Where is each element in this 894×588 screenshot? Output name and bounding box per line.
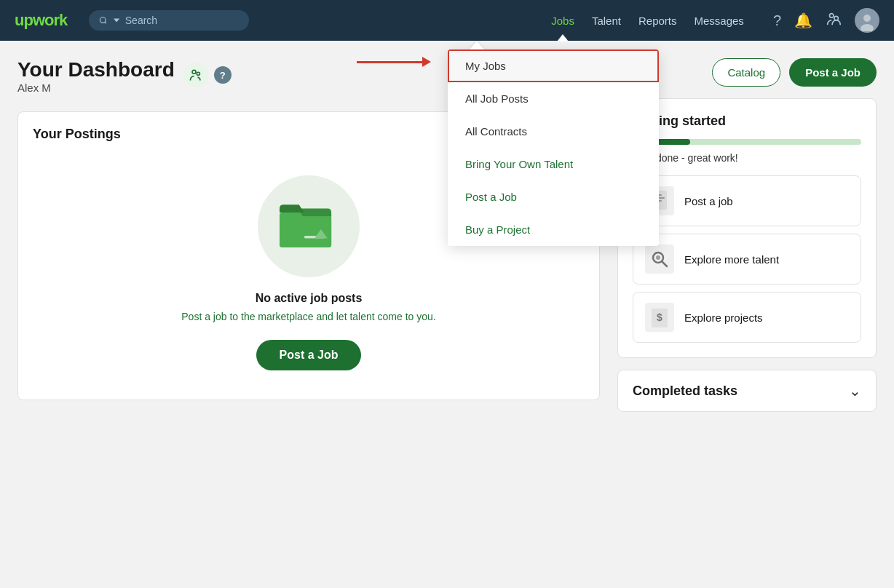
post-job-nav-button[interactable]: Post a Job	[789, 58, 877, 87]
team-icon[interactable]	[183, 63, 208, 87]
svg-marker-2	[114, 19, 119, 23]
gs-item-explore-projects-label: Explore projects	[684, 311, 763, 324]
nav-links: Jobs Talent Reports Messages	[551, 15, 744, 27]
upwork-logo: upwork	[15, 11, 67, 30]
folder-icon	[280, 201, 338, 252]
explore-talent-icon	[645, 245, 674, 274]
gs-item-post-job-label: Post a job	[684, 195, 733, 207]
user-avatar[interactable]	[855, 8, 879, 33]
svg-point-20	[656, 255, 660, 260]
catalog-button[interactable]: Catalog	[712, 58, 780, 87]
red-arrow-annotation	[357, 57, 431, 67]
chevron-down-icon: ⌄	[849, 382, 861, 400]
svg-line-19	[662, 262, 668, 267]
search-input[interactable]	[125, 15, 239, 26]
gs-item-explore-talent-label: Explore more talent	[684, 253, 779, 266]
menu-item-all-job-posts[interactable]: All Job Posts	[448, 82, 659, 115]
empty-desc: Post a job to the marketplace and let ta…	[181, 311, 435, 322]
right-column: Catalog Post a Job Getting started 25% d…	[617, 41, 894, 588]
team-switch-icon[interactable]	[826, 11, 842, 31]
help-circle-icon[interactable]: ?	[214, 66, 232, 84]
menu-item-my-jobs[interactable]: My Jobs	[448, 49, 659, 82]
menu-item-all-contracts[interactable]: All Contracts	[448, 115, 659, 148]
svg-text:$: $	[657, 311, 662, 323]
svg-point-3	[830, 13, 834, 17]
completed-tasks-title: Completed tasks	[633, 384, 737, 399]
svg-rect-11	[280, 216, 331, 247]
empty-desc-text2: come to you.	[375, 311, 436, 322]
getting-started-title: Getting started	[633, 114, 861, 129]
help-icon[interactable]: ?	[773, 12, 781, 29]
empty-desc-text1: Post a job to the marketplace and let	[181, 311, 349, 322]
search-bar[interactable]	[89, 10, 249, 31]
menu-item-post-a-job[interactable]: Post a Job	[448, 180, 659, 213]
jobs-dropdown: My Jobs All Job Posts All Contracts Brin…	[448, 41, 659, 246]
svg-point-4	[834, 16, 839, 20]
search-icon	[99, 15, 107, 25]
navbar: upwork Jobs Talent Reports Messages ? 🔔	[0, 0, 894, 41]
nav-jobs[interactable]: Jobs	[551, 15, 574, 27]
menu-item-bring-your-own-talent[interactable]: Bring Your Own Talent	[448, 148, 659, 180]
explore-projects-icon: $	[645, 303, 674, 332]
main-content: Your Dashboard Alex M ? Your Postings	[0, 41, 894, 588]
nav-icons: ? 🔔	[773, 8, 879, 33]
svg-point-9	[197, 72, 199, 75]
gs-item-post-job[interactable]: Post a job	[633, 175, 861, 226]
dropdown-menu: My Jobs All Job Posts All Contracts Brin…	[448, 49, 659, 246]
svg-point-8	[192, 70, 196, 74]
dropdown-arrow-icon	[114, 17, 119, 24]
dashboard-title-group: Your Dashboard Alex M	[17, 58, 175, 94]
progress-text: 25% done - great work!	[633, 152, 861, 164]
menu-item-buy-a-project[interactable]: Buy a Project	[448, 213, 659, 246]
empty-title: No active job posts	[256, 292, 363, 305]
completed-tasks-card[interactable]: Completed tasks ⌄	[617, 370, 877, 412]
svg-line-1	[105, 22, 106, 23]
svg-point-6	[863, 15, 871, 22]
header-icons: ?	[183, 63, 232, 87]
gs-item-explore-projects[interactable]: $ Explore projects	[633, 292, 861, 343]
notifications-icon[interactable]: 🔔	[794, 12, 812, 29]
nav-reports[interactable]: Reports	[638, 15, 677, 27]
gs-item-explore-talent[interactable]: Explore more talent	[633, 234, 861, 285]
arrow-head	[422, 57, 431, 67]
folder-icon-wrapper	[258, 175, 360, 277]
arrow-line	[357, 61, 422, 63]
dropdown-arrow	[470, 41, 484, 49]
dashboard-title: Your Dashboard	[17, 58, 175, 82]
dashboard-subtitle: Alex M	[17, 82, 175, 94]
post-job-button-main[interactable]: Post a Job	[256, 340, 362, 370]
nav-messages[interactable]: Messages	[695, 15, 744, 27]
progress-bar-bg	[633, 139, 861, 145]
svg-point-0	[100, 17, 106, 23]
nav-talent[interactable]: Talent	[592, 15, 621, 27]
empty-desc-link: talent	[349, 311, 374, 322]
